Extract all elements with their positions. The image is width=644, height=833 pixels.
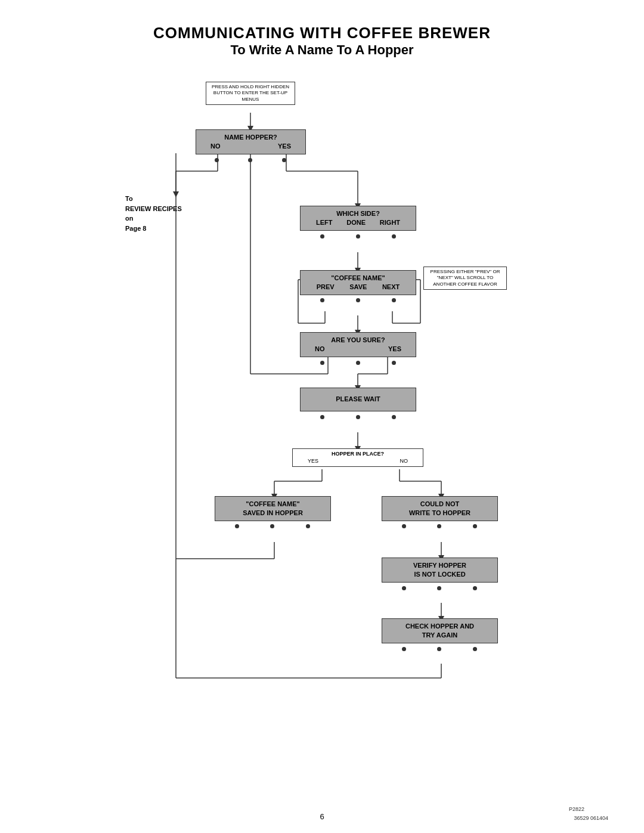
dot bbox=[473, 524, 477, 528]
page-title: COMMUNICATING WITH COFFEE BREWER To Writ… bbox=[36, 24, 608, 58]
box-which-side: WHICH SIDE? LEFT DONE RIGHT bbox=[300, 206, 416, 231]
start-note: PRESS AND HOLD RIGHT HIDDEN BUTTON TO EN… bbox=[206, 82, 295, 105]
dot bbox=[402, 586, 406, 590]
footer-code2: 36529 061404 bbox=[574, 815, 608, 821]
dot bbox=[402, 524, 406, 528]
dot bbox=[215, 158, 219, 162]
box-name-hopper: NAME HOPPER? NO YES bbox=[196, 129, 306, 154]
dot bbox=[392, 361, 396, 365]
title-line2: To Write A Name To A Hopper bbox=[36, 42, 608, 58]
dot bbox=[392, 298, 396, 302]
dot bbox=[356, 361, 360, 365]
box-please-wait: PLEASE WAIT bbox=[300, 388, 416, 411]
dot bbox=[306, 524, 310, 528]
box-saved-in-hopper: "COFFEE NAME" SAVED IN HOPPER bbox=[215, 496, 331, 521]
dot bbox=[270, 524, 274, 528]
flow-arrows bbox=[66, 76, 578, 779]
page-number: 6 bbox=[320, 812, 324, 821]
box-could-not-write: COULD NOT WRITE TO HOPPER bbox=[382, 496, 498, 521]
dot bbox=[437, 524, 441, 528]
dot bbox=[320, 234, 324, 239]
title-line1: COMMUNICATING WITH COFFEE BREWER bbox=[36, 24, 608, 42]
dots-could-not-write bbox=[386, 524, 493, 528]
box-check-hopper: CHECK HOPPER AND TRY AGAIN bbox=[382, 618, 498, 643]
dot bbox=[392, 415, 396, 419]
prev-next-note: PRESSING EITHER "PREV" OR "NEXT" WILL SC… bbox=[423, 267, 507, 290]
box-verify-hopper: VERIFY HOPPER IS NOT LOCKED bbox=[382, 558, 498, 583]
dot bbox=[282, 158, 286, 162]
box-are-you-sure: ARE YOU SURE? NO YES bbox=[300, 332, 416, 357]
dot bbox=[320, 361, 324, 365]
dots-please-wait bbox=[304, 415, 411, 419]
dot bbox=[356, 415, 360, 419]
dot bbox=[320, 298, 324, 302]
dot bbox=[473, 647, 477, 651]
dots-saved-in-hopper bbox=[219, 524, 326, 528]
flowchart: PRESS AND HOLD RIGHT HIDDEN BUTTON TO EN… bbox=[66, 76, 578, 779]
dots-which-side bbox=[304, 234, 411, 239]
dot bbox=[320, 415, 324, 419]
dots-check-hopper bbox=[386, 647, 493, 651]
dot bbox=[356, 298, 360, 302]
dots-name-hopper bbox=[200, 158, 301, 162]
dots-are-you-sure bbox=[304, 361, 411, 365]
dots-verify-hopper bbox=[386, 586, 493, 590]
hopper-in-place-note: HOPPER IN PLACE? YES NO bbox=[292, 448, 423, 467]
dots-coffee-name-1 bbox=[304, 298, 411, 302]
dot bbox=[248, 158, 252, 162]
dot bbox=[437, 586, 441, 590]
dot bbox=[392, 234, 396, 239]
dot bbox=[356, 234, 360, 239]
dot bbox=[402, 647, 406, 651]
dot bbox=[235, 524, 239, 528]
dot bbox=[473, 586, 477, 590]
footer-code1: P2822 bbox=[569, 806, 584, 812]
page: COMMUNICATING WITH COFFEE BREWER To Writ… bbox=[0, 0, 644, 833]
dot bbox=[437, 647, 441, 651]
box-coffee-name-1: "COFFEE NAME" PREV SAVE NEXT bbox=[300, 270, 416, 295]
review-recipes-label: To REVIEW RECIPES on Page 8 bbox=[125, 194, 182, 233]
